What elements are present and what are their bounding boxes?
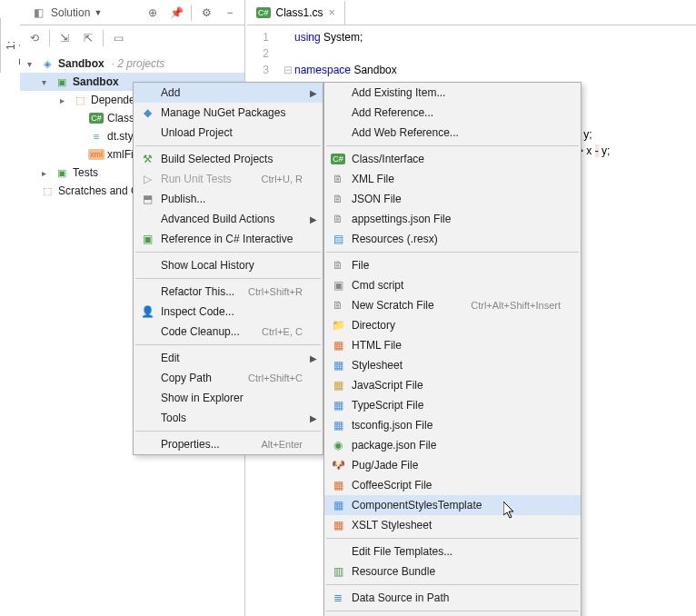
menu-advanced-build[interactable]: Advanced Build Actions▶ bbox=[134, 209, 323, 229]
menu-new-pug-file[interactable]: 🐶Pug/Jade File bbox=[324, 455, 581, 475]
html-icon: ▦ bbox=[330, 337, 346, 353]
menu-refactor[interactable]: Refactor This...Ctrl+Shift+R bbox=[134, 282, 323, 302]
scratch-icon: 🗎 bbox=[330, 297, 346, 313]
menu-add-reference[interactable]: Add Reference... bbox=[324, 103, 581, 123]
tsconfig-icon: ▦ bbox=[330, 417, 346, 433]
menu-new-scratch-file[interactable]: 🗎New Scratch FileCtrl+Alt+Shift+Insert bbox=[324, 295, 581, 315]
csproj-icon: ▣ bbox=[55, 75, 69, 89]
menu-code-cleanup[interactable]: Code Cleanup...Ctrl+E, C bbox=[134, 322, 323, 342]
submenu-arrow-icon: ▶ bbox=[310, 413, 317, 423]
menu-inspect-code[interactable]: 👤Inspect Code... bbox=[134, 302, 323, 322]
build-icon: ⚒ bbox=[139, 151, 155, 167]
menu-new-stylesheet[interactable]: ▦Stylesheet bbox=[324, 355, 581, 375]
menu-new-js-file[interactable]: ▦JavaScript File bbox=[324, 375, 581, 395]
editor-tabs: C# Class1.cs × bbox=[247, 0, 696, 25]
menu-edit-file-templates[interactable]: Edit File Templates... bbox=[324, 541, 581, 561]
cs-interactive-icon: ▣ bbox=[139, 231, 155, 247]
gear-icon[interactable]: ⚙ bbox=[197, 4, 215, 22]
menu-new-xslt[interactable]: ▦XSLT Stylesheet bbox=[324, 515, 581, 535]
code-editor[interactable]: 1 2 3 using System; ⊟namespace Sandbox bbox=[247, 25, 696, 78]
menu-new-xml-file[interactable]: 🗎XML File bbox=[324, 169, 581, 189]
scratches-icon: ⬚ bbox=[40, 184, 55, 198]
menu-show-in-explorer[interactable]: Show in Explorer bbox=[134, 388, 323, 408]
menu-add-web-reference[interactable]: Add Web Reference... bbox=[324, 123, 581, 143]
xslt-icon: ▦ bbox=[330, 517, 346, 533]
pin-icon[interactable]: 📌 bbox=[167, 4, 185, 22]
cmd-icon: ▣ bbox=[330, 277, 346, 293]
add-submenu: Add Existing Item... Add Reference... Ad… bbox=[323, 82, 582, 616]
coffee-icon: ▦ bbox=[330, 477, 346, 493]
back-icon[interactable]: ⟲ bbox=[25, 29, 44, 47]
mouse-cursor-icon bbox=[503, 502, 516, 523]
cs-file-icon: C# bbox=[89, 113, 104, 124]
menu-add-existing-item[interactable]: Add Existing Item... bbox=[324, 83, 581, 103]
solution-node-icon: ◈ bbox=[40, 56, 55, 71]
menu-new-cmd-script[interactable]: ▣Cmd script bbox=[324, 275, 581, 295]
minimize-icon[interactable]: − bbox=[221, 4, 239, 22]
menu-new-class-interface[interactable]: C#Class/Interface bbox=[324, 149, 581, 169]
menu-new-json-file[interactable]: 🗎JSON File bbox=[324, 189, 581, 209]
menu-edit[interactable]: Edit▶ bbox=[134, 348, 323, 368]
database-icon: ≣ bbox=[330, 590, 346, 606]
menu-new-appsettings[interactable]: 🗎appsettings.json File bbox=[324, 209, 581, 229]
tree-label: Sandbox bbox=[73, 75, 119, 88]
appsettings-icon: 🗎 bbox=[330, 211, 346, 227]
tree-root-solution[interactable]: ▾ ◈ Sandbox · 2 projects bbox=[20, 55, 244, 73]
target-icon[interactable]: ⊕ bbox=[144, 4, 162, 22]
menu-publish[interactable]: ⬒Publish... bbox=[134, 189, 323, 209]
xml-file-icon: xml bbox=[88, 149, 104, 160]
menu-resource-bundle[interactable]: ▥Resource Bundle bbox=[324, 561, 581, 581]
styles-file-icon: ≡ bbox=[89, 129, 104, 144]
menu-new-coffee-file[interactable]: ▦CoffeeScript File bbox=[324, 475, 581, 495]
menu-component-styles-template[interactable]: ▦ComponentStylesTemplate bbox=[324, 495, 581, 515]
solution-dropdown[interactable]: ◧ Solution ▼ bbox=[25, 2, 105, 24]
menu-properties[interactable]: Properties...Alt+Enter bbox=[134, 434, 323, 454]
collapse-up-icon[interactable]: ⇱ bbox=[79, 29, 97, 47]
cs-file-icon: C# bbox=[256, 7, 271, 18]
css-icon: ▦ bbox=[330, 357, 346, 373]
tree-label: Scratches and C bbox=[58, 184, 139, 197]
file-icon: 🗎 bbox=[330, 257, 346, 273]
line-gutter: 1 2 3 bbox=[247, 29, 283, 78]
template-icon: ▦ bbox=[330, 497, 346, 513]
menu-new-file[interactable]: 🗎File bbox=[324, 255, 581, 275]
menu-copy-path[interactable]: Copy PathCtrl+Shift+C bbox=[134, 368, 323, 388]
explorer-secondary-toolbar: ⟲ ⇲ ⇱ ▭ bbox=[20, 25, 244, 51]
code-content: using System; ⊟namespace Sandbox bbox=[283, 29, 696, 78]
folder-icon: 📁 bbox=[330, 317, 346, 333]
menu-tools[interactable]: Tools▶ bbox=[134, 408, 323, 428]
menu-run-unit-tests: ▷Run Unit TestsCtrl+U, R bbox=[134, 169, 323, 189]
run-tests-icon: ▷ bbox=[139, 171, 155, 187]
menu-data-source-in-path[interactable]: ≣Data Source in Path bbox=[324, 588, 581, 608]
menu-reference-cs-interactive[interactable]: ▣Reference in C# Interactive bbox=[134, 229, 323, 249]
xml-file-icon: 🗎 bbox=[330, 171, 346, 187]
menu-new-html-file[interactable]: ▦HTML File bbox=[324, 335, 581, 355]
deps-icon: ⬚ bbox=[73, 93, 87, 107]
js-icon: ▦ bbox=[330, 377, 346, 393]
submenu-arrow-icon: ▶ bbox=[310, 88, 317, 98]
tree-meta: · 2 projects bbox=[112, 57, 165, 70]
explorer-toolbar: ◧ Solution ▼ ⊕ 📌 ⚙ − bbox=[20, 0, 244, 25]
package-json-icon: ◉ bbox=[330, 437, 346, 453]
view-icon[interactable]: ▭ bbox=[109, 29, 127, 47]
tab-close-icon[interactable]: × bbox=[329, 5, 336, 19]
solution-label: Solution bbox=[51, 6, 90, 19]
menu-local-history[interactable]: Show Local History bbox=[134, 255, 323, 275]
tree-label: Depende bbox=[91, 94, 135, 106]
submenu-arrow-icon: ▶ bbox=[310, 353, 317, 363]
menu-new-tsconfig[interactable]: ▦tsconfig.json File bbox=[324, 415, 581, 435]
collapse-down-icon[interactable]: ⇲ bbox=[55, 29, 74, 47]
menu-new-resources[interactable]: ▤Resources (.resx) bbox=[324, 229, 581, 249]
menu-new-ts-file[interactable]: ▦TypeScript File bbox=[324, 395, 581, 415]
inspect-icon: 👤 bbox=[139, 303, 155, 320]
editor-tab-class1[interactable]: C# Class1.cs × bbox=[247, 1, 345, 25]
menu-nuget[interactable]: ◆Manage NuGet Packages bbox=[134, 103, 323, 123]
menu-new-directory[interactable]: 📁Directory bbox=[324, 315, 581, 335]
expand-arrow-icon: ▸ bbox=[42, 168, 51, 178]
menu-add[interactable]: Add▶ bbox=[134, 83, 323, 103]
menu-unload-project[interactable]: Unload Project bbox=[134, 123, 323, 143]
expand-arrow-icon: ▾ bbox=[27, 59, 36, 69]
expand-arrow-icon: ▸ bbox=[60, 95, 69, 105]
menu-new-package-json[interactable]: ◉package.json File bbox=[324, 435, 581, 455]
menu-build-selected[interactable]: ⚒Build Selected Projects bbox=[134, 149, 323, 169]
